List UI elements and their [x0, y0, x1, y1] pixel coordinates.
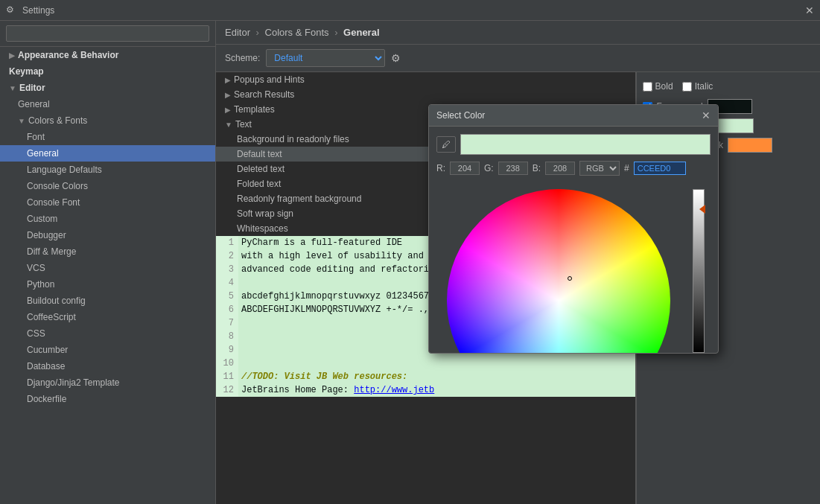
style-row: Bold Italic: [643, 78, 814, 95]
sidebar-item-label: Language Defaults: [27, 165, 102, 175]
sidebar-item-general[interactable]: General: [0, 96, 215, 112]
rgb-row: R: G: B: RGB HSB #: [436, 161, 711, 176]
line-number: 10: [216, 357, 238, 370]
sidebar-item-label: Appearance & Behavior: [18, 50, 118, 60]
sidebar-item-general2[interactable]: General: [0, 145, 215, 162]
line-content: //TODO: Visit JB Web resources:: [238, 370, 407, 383]
sidebar-item-label: Dockerfile: [27, 394, 66, 404]
tree-item-label: Whitespaces: [237, 223, 288, 234]
sidebar-item-coffeescript[interactable]: CoffeeScript: [0, 309, 215, 325]
line-number: 2: [216, 249, 238, 263]
line-number: 5: [216, 290, 238, 303]
sidebar-item-appearance[interactable]: ▶Appearance & Behavior: [0, 47, 215, 63]
dialog-title-bar: Select Color ✕: [429, 105, 718, 127]
arrow-icon: ▶: [225, 76, 231, 84]
bold-check-row: Bold: [643, 81, 673, 92]
breadcrumb: Editor › Colors & Fonts › General: [216, 21, 820, 45]
italic-checkbox[interactable]: [682, 82, 692, 92]
sidebar-item-keymap[interactable]: Keymap: [0, 63, 215, 80]
sidebar-item-custom[interactable]: Custom: [0, 211, 215, 227]
sidebar-item-label: Diff & Merge: [27, 246, 76, 257]
breadcrumb-colors-fonts: Colors & Fonts: [265, 27, 329, 38]
sidebar-item-label: Font: [27, 132, 45, 142]
sidebar-item-buildout[interactable]: Buildout config: [0, 293, 215, 309]
line-number: 1: [216, 236, 238, 249]
sidebar-item-colors-fonts[interactable]: ▼Colors & Fonts: [0, 112, 215, 129]
eyedropper-button[interactable]: 🖊: [436, 136, 456, 153]
line-number: 11: [216, 370, 238, 383]
tree-item-label: Search Results: [234, 89, 294, 100]
sidebar-item-font[interactable]: Font: [0, 129, 215, 145]
sidebar-item-label: Debugger: [27, 230, 66, 240]
scheme-select[interactable]: Default: [266, 49, 385, 67]
brightness-handle: [699, 205, 705, 214]
title-bar: ⚙ Settings ✕: [0, 0, 820, 21]
app-icon: ⚙: [6, 4, 18, 16]
b-input[interactable]: [545, 162, 575, 175]
tree-item-label: Readonly fragment background: [237, 194, 361, 204]
sidebar-item-console-colors[interactable]: Console Colors: [0, 178, 215, 194]
color-wheel-container: [439, 182, 708, 345]
sidebar-item-dockerfile[interactable]: Dockerfile: [0, 391, 215, 407]
search-input[interactable]: [6, 25, 209, 42]
sidebar-item-diff-merge[interactable]: Diff & Merge: [0, 243, 215, 260]
dialog-close-button[interactable]: ✕: [702, 109, 711, 121]
arrow-icon: ▼: [225, 121, 232, 129]
brightness-slider[interactable]: [693, 189, 705, 353]
g-label: G:: [484, 163, 494, 173]
sidebar-item-label: Colors & Fonts: [28, 115, 87, 126]
sidebar: ▶Appearance & BehaviorKeymap▼EditorGener…: [0, 21, 216, 504]
sidebar-item-vcs[interactable]: VCS: [0, 260, 215, 276]
line-content: [238, 330, 241, 343]
sidebar-item-django[interactable]: Django/Jinja2 Template: [0, 374, 215, 391]
color-preview-row: 🖊: [436, 134, 711, 155]
tree-item-label: Default text: [237, 149, 282, 159]
line-number: 9: [216, 343, 238, 357]
sidebar-item-python[interactable]: Python: [0, 276, 215, 293]
sidebar-item-database[interactable]: Database: [0, 358, 215, 374]
window-title: Settings: [22, 5, 805, 16]
preview-line: 10: [216, 357, 635, 370]
sidebar-item-label: CSS: [27, 328, 45, 339]
italic-check-row: Italic: [682, 81, 713, 92]
hex-symbol: #: [624, 163, 629, 173]
sidebar-item-cucumber[interactable]: Cucumber: [0, 342, 215, 358]
arrow-icon: ▶: [225, 91, 231, 99]
scheme-gear-button[interactable]: ⚙: [391, 52, 401, 64]
sidebar-item-debugger[interactable]: Debugger: [0, 227, 215, 243]
g-input[interactable]: [498, 162, 528, 175]
sidebar-item-css[interactable]: CSS: [0, 325, 215, 342]
color-preview-box: [460, 134, 711, 155]
error-swatch[interactable]: [728, 138, 772, 153]
rgb-mode-select[interactable]: RGB HSB: [579, 161, 620, 176]
sidebar-item-label: Buildout config: [27, 296, 86, 306]
tree-item[interactable]: ▶Popups and Hints: [216, 72, 635, 87]
r-input[interactable]: [450, 162, 480, 175]
sidebar-item-console-font[interactable]: Console Font: [0, 194, 215, 211]
sidebar-item-editor[interactable]: ▼Editor: [0, 80, 215, 96]
breadcrumb-editor: Editor: [225, 27, 250, 38]
sidebar-item-label: Custom: [27, 214, 57, 224]
url-text[interactable]: http://www.jetb: [354, 385, 434, 395]
bold-checkbox[interactable]: [643, 82, 652, 92]
tree-item-label: Soft wrap sign: [237, 208, 293, 219]
scheme-bar: Scheme: Default ⚙: [216, 45, 820, 72]
arrow-icon: ▼: [18, 117, 25, 125]
color-wheel[interactable]: [447, 189, 670, 354]
line-content: abcdefghijklmnopqrstuvwxyz 0123456789: [238, 290, 439, 303]
close-button[interactable]: ✕: [805, 4, 814, 16]
scheme-label: Scheme:: [225, 53, 260, 63]
sidebar-item-label: Console Font: [27, 197, 80, 208]
sidebar-item-label: Editor: [19, 83, 45, 93]
tree-item-label: Popups and Hints: [234, 74, 305, 85]
hex-input[interactable]: [634, 162, 686, 175]
line-number: 7: [216, 316, 238, 330]
sidebar-item-language-defaults[interactable]: Language Defaults: [0, 162, 215, 178]
line-content: [238, 357, 241, 370]
tree-item[interactable]: ▶Search Results: [216, 87, 635, 102]
sidebar-item-label: Console Colors: [27, 181, 88, 191]
line-number: 8: [216, 330, 238, 343]
sidebar-item-label: Database: [27, 361, 65, 371]
line-content: [238, 343, 241, 357]
line-number: 4: [216, 276, 238, 290]
